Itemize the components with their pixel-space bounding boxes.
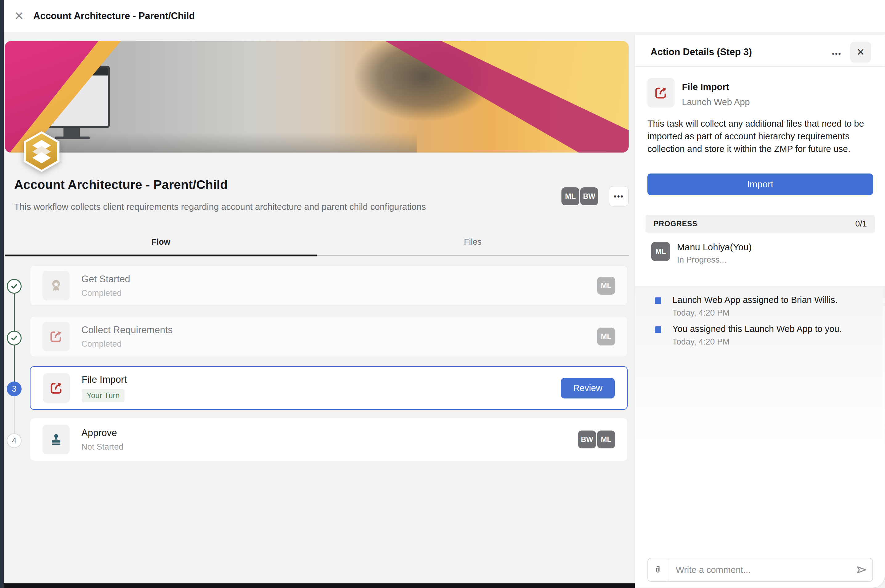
activity-item: Launch Web App assigned to Brian Willis.…: [655, 295, 837, 318]
step-3-number: 3: [7, 381, 22, 396]
avatar: BW: [578, 430, 596, 448]
share-icon: [647, 78, 675, 108]
panel-divider: [635, 66, 885, 67]
tab-bar: Flow Files: [5, 229, 628, 257]
activity-time: Today, 4:20 PM: [672, 337, 842, 347]
avatar: ML: [651, 242, 670, 261]
tab-files[interactable]: Files: [317, 229, 628, 255]
panel-close-button[interactable]: ✕: [850, 42, 871, 63]
activity-time: Today, 4:20 PM: [672, 308, 837, 318]
stamp-icon: [42, 424, 70, 454]
page-description: This workflow collects client requiremen…: [14, 202, 426, 212]
progress-header: PROGRESS 0/1: [646, 215, 875, 232]
assignee-status: In Progress...: [677, 255, 752, 265]
panel-more-options-button[interactable]: •••: [827, 45, 846, 63]
step-card-approve[interactable]: Approve Not Started BW ML: [30, 418, 628, 461]
attach-file-icon[interactable]: [648, 558, 668, 581]
more-options-button[interactable]: •••: [609, 186, 628, 207]
step-title: Get Started: [81, 274, 130, 285]
step-title: Approve: [81, 428, 124, 438]
progress-assignee: ML Manu Lohiya(You) In Progress...: [651, 242, 752, 265]
step-status: Completed: [81, 339, 172, 349]
step-2-check-icon: [7, 331, 22, 345]
your-turn-badge: Your Turn: [82, 389, 124, 402]
comment-input[interactable]: [668, 565, 851, 575]
panel-title: Action Details (Step 3): [651, 46, 752, 58]
step-card-file-import[interactable]: File Import Your Turn Review: [30, 366, 628, 410]
hero-banner: [5, 41, 628, 153]
app-bottom-bar: [4, 584, 635, 588]
action-subtitle: Launch Web App: [682, 97, 750, 107]
progress-label: PROGRESS: [654, 219, 698, 228]
comment-bar: [647, 558, 873, 582]
app-left-sliver: [0, 0, 4, 588]
avatar[interactable]: BW: [580, 188, 598, 205]
action-title: File Import: [682, 82, 729, 92]
action-description: This task will collect any additional fi…: [647, 117, 865, 155]
step-1-check-icon: [7, 279, 22, 294]
share-icon: [43, 373, 70, 403]
assignee-name: Manu Lohiya(You): [677, 242, 752, 252]
avatar[interactable]: ML: [561, 188, 579, 205]
step-card-get-started[interactable]: Get Started Completed ML: [30, 266, 628, 306]
activity-item: You assigned this Launch Web App to you.…: [655, 324, 842, 347]
avatar: ML: [597, 328, 615, 345]
avatar: ML: [597, 430, 615, 448]
banner-monitor-stand: [63, 128, 80, 137]
step-title: File Import: [82, 374, 127, 385]
step-4-number: 4: [7, 433, 22, 448]
step-status: Not Started: [81, 442, 124, 452]
modal-title: Account Architecture - Parent/Child: [33, 10, 195, 22]
tab-divider: [317, 255, 628, 256]
review-button[interactable]: Review: [561, 378, 615, 399]
active-tab-indicator: [5, 255, 317, 256]
step-card-collect-requirements[interactable]: Collect Requirements Completed ML: [30, 316, 628, 357]
page-title: Account Architecture - Parent/Child: [14, 177, 228, 192]
send-icon[interactable]: [851, 563, 872, 576]
import-button[interactable]: Import: [647, 174, 873, 195]
activity-text: You assigned this Launch Web App to you.: [672, 324, 842, 334]
bullet-icon: [655, 297, 661, 304]
bullet-icon: [655, 326, 661, 333]
medal-icon: [42, 271, 70, 300]
progress-count: 0/1: [855, 219, 867, 229]
tab-flow[interactable]: Flow: [5, 229, 317, 255]
step-title: Collect Requirements: [81, 324, 172, 336]
close-icon[interactable]: ✕: [12, 9, 27, 23]
step-status: Completed: [81, 288, 130, 298]
modal-header: ✕ Account Architecture - Parent/Child: [0, 0, 885, 32]
share-icon: [42, 322, 70, 351]
avatar: ML: [597, 277, 615, 295]
workflow-avatars: ML BW: [561, 188, 598, 205]
activity-text: Launch Web App assigned to Brian Willis.: [672, 295, 837, 305]
activity-feed: Launch Web App assigned to Brian Willis.…: [635, 286, 885, 502]
action-details-panel: Action Details (Step 3) ••• ✕ File Impor…: [635, 35, 885, 588]
banner-monitor-base: [55, 136, 90, 139]
workflow-logo-hexagon-icon: [24, 131, 60, 172]
